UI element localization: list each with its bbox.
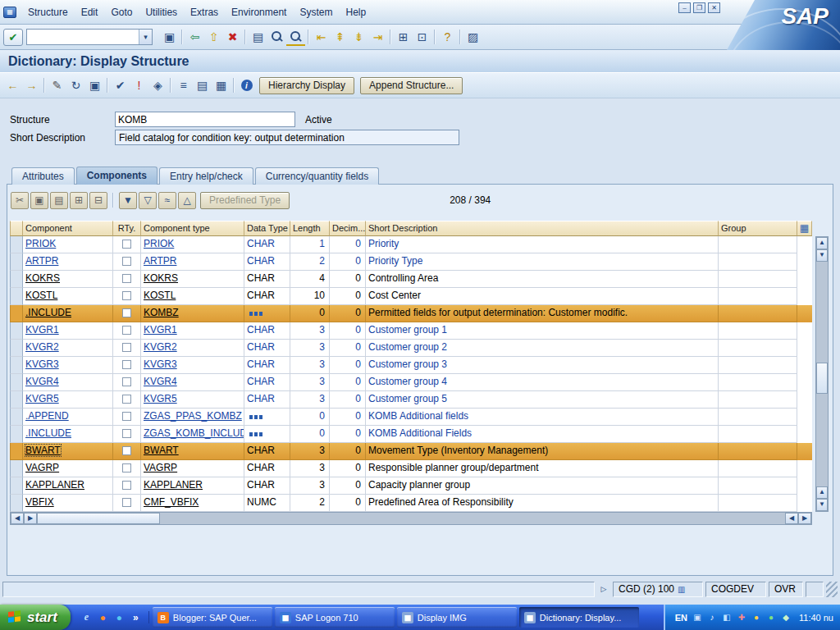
taskbar-task[interactable]: BBlogger: SAP Quer... <box>153 607 272 628</box>
table-row[interactable]: VAGRPVAGRPCHAR30Responsible planner grou… <box>10 460 812 477</box>
cut-icon[interactable]: ✂ <box>11 192 29 209</box>
component-cell[interactable]: BWART <box>23 443 113 460</box>
table-row[interactable]: KVGR1KVGR1CHAR30Customer group 1 <box>10 322 812 340</box>
menu-help[interactable]: Help <box>339 5 372 20</box>
tab-entry-help-check[interactable]: Entry help/check <box>159 167 253 185</box>
resize-grip[interactable] <box>826 582 838 597</box>
component-cell[interactable]: .INCLUDE <box>23 426 113 443</box>
new-session-icon[interactable]: ⊞ <box>394 28 413 46</box>
status-expand-icon[interactable]: ▷ <box>597 582 610 597</box>
component-cell[interactable]: KOKRS <box>23 271 113 288</box>
back-icon[interactable]: ⇦ <box>185 28 204 46</box>
row-selector[interactable] <box>10 236 23 253</box>
row-selector[interactable] <box>10 340 23 357</box>
table-row[interactable]: KOKRSKOKRSCHAR40Controlling Area <box>10 271 812 288</box>
start-button[interactable]: start <box>0 605 71 630</box>
column-header-component[interactable]: Component <box>23 221 113 236</box>
rtype-checkbox[interactable] <box>113 288 141 305</box>
row-selector[interactable] <box>10 443 23 460</box>
tray-update-icon[interactable]: ● <box>751 612 762 623</box>
component-cell[interactable]: ARTPR <box>23 253 113 271</box>
menu-edit[interactable]: Edit <box>75 5 105 20</box>
row-selector[interactable] <box>10 391 23 409</box>
vertical-scroll-track[interactable] <box>816 262 828 486</box>
info-icon[interactable] <box>237 76 256 94</box>
indexes-icon[interactable]: ▤ <box>193 76 212 94</box>
overflow-chevron-icon[interactable]: » <box>130 611 142 623</box>
scroll-down-icon[interactable]: ▼ <box>816 249 828 262</box>
row-selector[interactable] <box>10 409 23 426</box>
component-type-cell[interactable]: KOMBZ <box>141 305 244 322</box>
restore-button[interactable]: ❐ <box>693 2 705 13</box>
row-selector[interactable] <box>10 322 23 340</box>
horizontal-scroll-thumb[interactable] <box>37 513 160 524</box>
component-type-cell[interactable]: CMF_VBFIX <box>141 495 244 512</box>
tab-attributes[interactable]: Attributes <box>11 167 75 185</box>
print-icon[interactable]: ▤ <box>249 28 267 46</box>
display-change-icon[interactable]: ✎ <box>48 76 66 94</box>
rtype-checkbox[interactable] <box>113 253 141 271</box>
column-header-data-type[interactable]: Data Type <box>244 221 290 236</box>
rtype-checkbox[interactable] <box>113 271 141 288</box>
rtype-checkbox[interactable] <box>113 391 141 409</box>
save-icon[interactable]: ▣ <box>160 28 179 46</box>
table-row[interactable]: KVGR2KVGR2CHAR30Customer group 2 <box>10 340 812 357</box>
select-all-icon[interactable]: ▼ <box>119 192 137 209</box>
column-header-rty-[interactable]: RTy. <box>113 221 141 236</box>
where-used-icon[interactable]: ◈ <box>148 76 167 94</box>
rtype-checkbox[interactable] <box>113 374 141 391</box>
component-type-cell[interactable]: VAGRP <box>141 460 244 477</box>
scroll-down-icon[interactable]: ▼ <box>816 499 828 511</box>
hierarchy-display-button[interactable]: Hierarchy Display <box>259 77 354 94</box>
table-row[interactable]: BWARTBWARTCHAR30Movement Type (Inventory… <box>10 443 812 460</box>
first-page-icon[interactable]: ⇤ <box>312 28 331 46</box>
table-row[interactable]: VBFIXCMF_VBFIXNUMC20Predefined Area of R… <box>10 495 812 512</box>
table-row[interactable]: .INCLUDEKOMBZ00Permitted fields for outp… <box>10 305 812 322</box>
forward-icon[interactable]: → <box>22 76 41 94</box>
tab-currency-quantity-fields[interactable]: Currency/quantity fields <box>255 167 379 185</box>
runtime-object-icon[interactable]: ≡ <box>174 76 193 94</box>
column-header-short-description[interactable]: Short Description <box>366 221 719 236</box>
close-button[interactable]: ✕ <box>708 2 720 13</box>
rtype-checkbox[interactable] <box>113 495 141 512</box>
component-cell[interactable]: PRIOK <box>23 236 113 253</box>
component-type-cell[interactable]: KVGR4 <box>141 374 244 391</box>
tray-network-icon[interactable]: ◧ <box>721 612 733 623</box>
component-type-cell[interactable]: KVGR3 <box>141 357 244 374</box>
component-type-cell[interactable]: BWART <box>141 443 244 460</box>
tray-display-icon[interactable]: ▣ <box>692 612 703 623</box>
menu-utilities[interactable]: Utilities <box>139 5 184 20</box>
component-type-cell[interactable]: ZGAS_KOMB_INCLUDE <box>141 426 244 443</box>
component-cell[interactable]: .INCLUDE <box>23 305 113 322</box>
menu-environment[interactable]: Environment <box>225 5 293 20</box>
cancel-icon[interactable]: ✖ <box>223 28 242 46</box>
component-type-cell[interactable]: ZGAS_PPAS_KOMBZ <box>141 409 244 426</box>
component-cell[interactable]: .APPEND <box>23 409 113 426</box>
table-row[interactable]: KVGR3KVGR3CHAR30Customer group 3 <box>10 357 812 374</box>
rtype-checkbox[interactable] <box>113 322 141 340</box>
row-selector[interactable] <box>10 288 23 305</box>
component-type-cell[interactable]: PRIOK <box>141 236 244 253</box>
menu-extras[interactable]: Extras <box>184 5 225 20</box>
append-structure-button[interactable]: Append Structure... <box>360 77 463 94</box>
rtype-checkbox[interactable] <box>113 443 141 460</box>
last-page-icon[interactable]: ⇥ <box>368 28 387 46</box>
row-selector[interactable] <box>10 305 23 322</box>
rtype-checkbox[interactable] <box>113 305 141 322</box>
structure-input[interactable] <box>115 112 295 127</box>
copy-icon[interactable]: ▣ <box>85 76 104 94</box>
column-header-component-type[interactable]: Component type <box>141 221 244 236</box>
insert-row-icon[interactable]: ⊞ <box>70 192 88 209</box>
taskbar-task[interactable]: ▦SAP Logon 710 <box>275 607 395 628</box>
row-selector[interactable] <box>10 426 23 443</box>
component-cell[interactable]: VAGRP <box>23 460 113 477</box>
tray-antivirus-icon[interactable]: ✚ <box>736 612 747 623</box>
vertical-scrollbar[interactable]: ▲ ▼ ▲ ▼ <box>815 236 829 512</box>
scroll-up-icon[interactable]: ▲ <box>816 486 828 499</box>
activate-icon[interactable]: ! <box>130 76 148 94</box>
scroll-left-icon[interactable]: ◀ <box>11 513 24 524</box>
rtype-checkbox[interactable] <box>113 460 141 477</box>
component-cell[interactable]: KAPPLANER <box>23 477 113 495</box>
component-cell[interactable]: KVGR4 <box>23 374 113 391</box>
filter-icon[interactable]: ▽ <box>139 192 157 209</box>
